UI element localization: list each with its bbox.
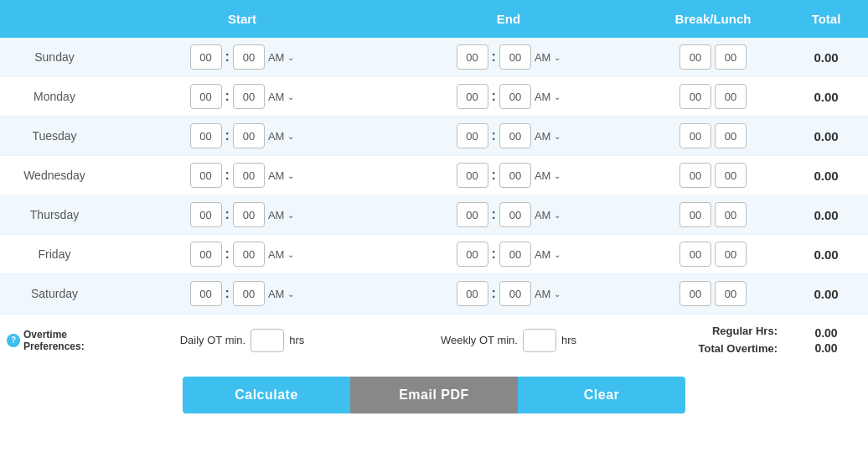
start-minute-input[interactable]	[233, 44, 265, 70]
time-separator: :	[225, 49, 230, 65]
end-ampm-chevron[interactable]: ⌄	[554, 289, 561, 299]
end-minute-input[interactable]	[499, 44, 531, 70]
start-minute-input[interactable]	[233, 84, 265, 109]
day-label: Friday	[0, 247, 109, 261]
start-ampm-label: AM	[268, 248, 285, 261]
start-ampm-label: AM	[268, 209, 285, 221]
day-label: Thursday	[0, 208, 109, 221]
end-time-group: : AM ⌄	[375, 84, 642, 109]
time-separator: :	[492, 128, 496, 143]
regular-hrs-label: Regular Hrs:	[642, 323, 778, 341]
table-row: Sunday : AM ⌄ : AM ⌄	[0, 38, 868, 77]
break-minute-input[interactable]	[715, 202, 747, 227]
break-hour-input[interactable]	[679, 44, 711, 70]
break-minute-input[interactable]	[715, 281, 747, 306]
end-time-group: : AM ⌄	[375, 281, 642, 306]
end-ampm-chevron[interactable]: ⌄	[554, 132, 561, 141]
break-minute-input[interactable]	[715, 44, 747, 70]
end-minute-input[interactable]	[499, 242, 531, 267]
day-label: Monday	[0, 90, 109, 103]
start-ampm-chevron[interactable]: ⌄	[287, 92, 294, 101]
end-ampm-chevron[interactable]: ⌄	[554, 92, 561, 101]
break-hour-input[interactable]	[679, 281, 711, 306]
end-ampm-chevron[interactable]: ⌄	[554, 53, 561, 62]
end-hour-input[interactable]	[457, 84, 488, 109]
time-separator: :	[225, 89, 230, 104]
start-hour-input[interactable]	[190, 242, 222, 267]
end-ampm-chevron[interactable]: ⌄	[554, 211, 561, 220]
break-minute-input[interactable]	[715, 242, 747, 267]
break-hour-input[interactable]	[679, 202, 711, 227]
end-hour-input[interactable]	[457, 281, 488, 306]
day-total: 0.00	[784, 169, 868, 183]
overtime-row: ? Overtime Preferences: Daily OT min. hr…	[0, 314, 868, 367]
start-hour-input[interactable]	[190, 202, 222, 227]
end-hour-input[interactable]	[457, 44, 488, 70]
end-hour-input[interactable]	[457, 242, 488, 267]
break-minute-input[interactable]	[715, 163, 747, 188]
start-ampm-chevron[interactable]: ⌄	[287, 211, 294, 220]
break-minute-input[interactable]	[715, 123, 747, 148]
main-container: Start End Break/Lunch Total Sunday : AM …	[0, 0, 868, 468]
break-hour-input[interactable]	[679, 163, 711, 188]
day-label: Saturday	[0, 287, 109, 300]
end-ampm-chevron[interactable]: ⌄	[554, 171, 561, 180]
table-row: Saturday : AM ⌄ : AM ⌄	[0, 274, 868, 314]
day-label: Sunday	[0, 50, 109, 64]
start-ampm-chevron[interactable]: ⌄	[287, 250, 294, 259]
break-group	[642, 281, 784, 306]
daily-ot-group: Daily OT min. hrs	[109, 329, 375, 352]
start-hour-input[interactable]	[190, 163, 222, 188]
start-hour-input[interactable]	[190, 44, 222, 70]
start-minute-input[interactable]	[233, 242, 265, 267]
break-hour-input[interactable]	[679, 123, 711, 148]
start-time-group: : AM ⌄	[109, 242, 375, 267]
time-separator: :	[492, 168, 496, 183]
start-minute-input[interactable]	[233, 123, 265, 148]
end-minute-input[interactable]	[499, 123, 531, 148]
end-minute-input[interactable]	[499, 163, 531, 188]
break-minute-input[interactable]	[715, 84, 747, 109]
start-ampm-label: AM	[268, 288, 285, 300]
time-separator: :	[492, 49, 496, 65]
weekly-ot-unit: hrs	[561, 334, 576, 346]
end-ampm-label: AM	[535, 209, 551, 221]
end-minute-input[interactable]	[499, 281, 531, 306]
start-ampm-chevron[interactable]: ⌄	[287, 289, 294, 299]
clear-button[interactable]: Clear	[518, 377, 685, 413]
weekly-ot-label: Weekly OT min.	[441, 334, 518, 346]
start-time-group: : AM ⌄	[109, 44, 375, 70]
break-group	[642, 202, 784, 227]
start-hour-input[interactable]	[190, 84, 222, 109]
start-minute-input[interactable]	[233, 202, 265, 227]
break-hour-input[interactable]	[679, 84, 711, 109]
start-ampm-chevron[interactable]: ⌄	[287, 132, 294, 141]
end-minute-input[interactable]	[499, 84, 531, 109]
break-hour-input[interactable]	[679, 242, 711, 267]
end-ampm-chevron[interactable]: ⌄	[554, 250, 561, 259]
time-separator: :	[492, 89, 496, 104]
overtime-info-icon[interactable]: ?	[7, 334, 20, 347]
start-hour-input[interactable]	[190, 123, 222, 148]
email-pdf-button[interactable]: Email PDF	[350, 377, 518, 413]
end-minute-input[interactable]	[499, 202, 531, 227]
totals-values: 0.00 0.00	[784, 326, 868, 355]
calculate-button[interactable]: Calculate	[183, 377, 350, 413]
time-separator: :	[492, 286, 496, 301]
start-minute-input[interactable]	[233, 163, 265, 188]
totals-labels: Regular Hrs: Total Overtime:	[642, 323, 784, 358]
break-group	[642, 163, 784, 188]
end-hour-input[interactable]	[457, 163, 488, 188]
start-hour-input[interactable]	[190, 281, 222, 306]
total-ot-value: 0.00	[814, 341, 837, 355]
start-minute-input[interactable]	[233, 281, 265, 306]
weekly-ot-input[interactable]	[523, 329, 556, 352]
end-hour-input[interactable]	[457, 123, 488, 148]
time-separator: :	[492, 207, 496, 222]
table-row: Wednesday : AM ⌄ : AM ⌄	[0, 156, 868, 195]
daily-ot-input[interactable]	[251, 329, 284, 352]
start-ampm-chevron[interactable]: ⌄	[287, 171, 294, 180]
day-total: 0.00	[784, 129, 868, 143]
end-hour-input[interactable]	[457, 202, 488, 227]
start-ampm-chevron[interactable]: ⌄	[287, 53, 294, 62]
